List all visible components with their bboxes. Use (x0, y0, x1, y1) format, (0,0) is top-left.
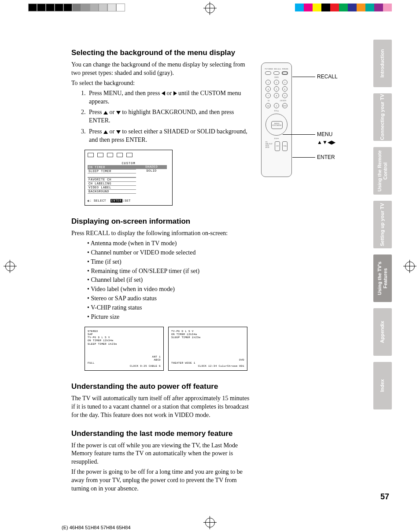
bullet: Antenna mode (when in TV mode) (87, 240, 252, 248)
tab-appendix[interactable]: Appendix (373, 308, 392, 356)
menu-icon-row (88, 153, 169, 157)
osd-line: SLEEP TIMER 1h23m (88, 343, 161, 346)
registration-mark-left (4, 260, 17, 273)
tab-features[interactable]: Using the TV's Features (373, 254, 392, 302)
heading-displaying-info: Displaying on-screen information (71, 217, 252, 226)
bullet: Channel label (if set) (87, 276, 252, 284)
osd-line: ON TIMER 12h34m (88, 339, 161, 342)
osd-line: ANT 1 (88, 355, 161, 358)
osd-line: SAP (88, 333, 161, 336)
section-tabs: Introduction Connecting your TV Using th… (373, 40, 392, 409)
step: Press MENU, and then press or until the … (87, 89, 252, 106)
fav-down: FAV▼ (264, 137, 289, 140)
step: Press or to highlight BACKGROUND, and th… (87, 108, 252, 125)
heading-last-mode-memory: Understanding the last mode memory featu… (71, 429, 252, 438)
tab-introduction[interactable]: Introduction (373, 40, 392, 87)
bullet: Time (if set) (87, 258, 252, 266)
footer-model-codes: (E) 46H84 51H84 57H84 65H84 (62, 525, 131, 530)
tab-remote[interactable]: Using the Remote Control (373, 147, 392, 195)
callout-arrows: ▲▼◀▶ (317, 139, 335, 145)
left-arrow-icon (162, 91, 165, 96)
menu-value: SHADED (136, 165, 167, 169)
osd-line: THEATER WIDE 1 (171, 361, 244, 365)
osd-line: FULL (88, 361, 161, 365)
bullet-list: Antenna mode (when in TV mode) Channel n… (87, 240, 252, 321)
para: If the power is going to be off for a lo… (71, 468, 252, 493)
registration-mark-top (203, 2, 217, 15)
steps-list: Press MENU, and then press or until the … (87, 89, 252, 144)
fav-up: FAV▲ (264, 110, 289, 112)
osd-line: CLOCK 12:34 ColorStream HD1 (171, 365, 244, 368)
callout-enter: ENTER (317, 154, 335, 160)
print-colorbar-right (295, 4, 392, 11)
remote-control-figure: TV/VIDEORECALLPOWER INFO 123 456 789 +10… (261, 63, 292, 177)
bullet: Channel number or VIDEO mode selected (87, 249, 252, 257)
menu-item: SLEEP TIMER (88, 169, 136, 173)
osd-menu-figure: CUSTOM ON TIMERSHADED SLEEP TIMERSOLID F… (85, 150, 173, 206)
ch-rocker: CH (275, 141, 280, 151)
menu-footer: ◐: SELECT ENTER:SET (88, 199, 169, 203)
tab-connecting[interactable]: Connecting your TV (373, 93, 392, 141)
heading-selecting-background: Selecting the background of the menu dis… (71, 48, 252, 57)
osd-box-1: STEREO SAP TV-PG D L S V ON TIMER 12h34m… (85, 327, 164, 371)
para: The TV will automatically turn itself of… (71, 395, 252, 420)
para: Press RECALL to display the following in… (71, 229, 252, 238)
bullet: Stereo or SAP audio status (87, 295, 252, 303)
osd-line: TV-PG D L S V (88, 336, 161, 339)
bullet: V-CHIP rating status (87, 304, 252, 312)
para: You can change the background of the men… (71, 61, 252, 77)
osd-box-2: TV-PG D L S V ON TIMER 12h34m SLEEP TIME… (168, 327, 247, 371)
osd-line: TV-PG D L S V (171, 330, 244, 333)
registration-mark-right (403, 260, 416, 273)
main-content: Selecting the background of the menu dis… (71, 48, 252, 495)
bullet: Picture size (87, 313, 252, 321)
osd-line: CLOCK 9:25 CABLE 6 (88, 365, 161, 368)
right-arrow-icon (173, 91, 177, 96)
menu-item: BACKGROUND (88, 189, 136, 194)
menu-title: CUSTOM (88, 162, 169, 165)
bullet: Remaining time of ON/SLEEP timer (if set… (87, 267, 252, 276)
step: Press or to select either a SHADED or SO… (87, 128, 252, 144)
para: If the power is cut off while you are vi… (71, 442, 252, 467)
osd-line: DVD (171, 358, 244, 361)
vol-rocker: VOL (282, 141, 287, 151)
tab-index[interactable]: Index (373, 362, 392, 409)
menu-item: FAVORITE CH (88, 177, 136, 181)
page-number: 57 (380, 492, 389, 502)
info-label: INFO (264, 76, 289, 78)
para: To select the background: (71, 79, 252, 88)
down-arrow-icon (116, 130, 121, 134)
osd-line: ABCD (88, 358, 161, 361)
dpad: MENUDVD MENU (265, 114, 287, 136)
osd-line: ON TIMER 12h34m (171, 333, 244, 336)
menu-item (88, 173, 136, 177)
print-colorbar-left (28, 4, 125, 11)
osd-line: STEREO (88, 330, 161, 333)
heading-auto-power-off: Understanding the auto power off feature (71, 382, 252, 391)
menu-item: CH LABELING (88, 181, 136, 185)
menu-item: VIDEO LABEL (88, 185, 136, 189)
up-arrow-icon (103, 111, 108, 114)
registration-mark-bottom (203, 516, 217, 529)
callout-recall: RECALL (317, 74, 338, 80)
up-arrow-icon (103, 130, 108, 134)
down-arrow-icon (116, 111, 121, 114)
menu-value: SOLID (136, 169, 167, 173)
tab-setting-up[interactable]: Setting up your TV (373, 201, 392, 248)
menu-button: MENUDVD MENU (271, 121, 283, 129)
menu-item: ON TIMER (88, 165, 136, 169)
osd-examples: STEREO SAP TV-PG D L S V ON TIMER 12h34m… (85, 327, 252, 371)
callout-menu: MENU (317, 131, 332, 137)
osd-line: SLEEP TIMER 1h23m (171, 336, 244, 339)
bullet: Video label (when in video mode) (87, 285, 252, 294)
